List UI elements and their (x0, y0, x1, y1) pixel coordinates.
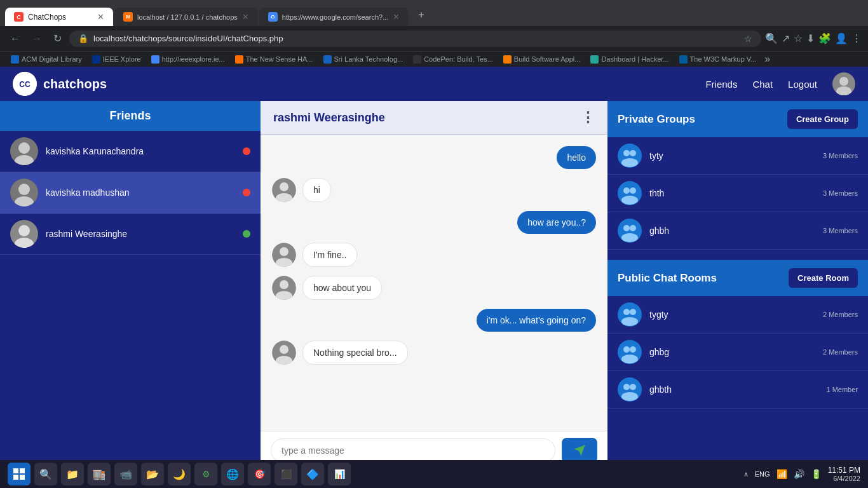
share-icon[interactable]: ↗ (782, 32, 790, 44)
reload-button[interactable]: ↻ (50, 30, 65, 47)
send-button[interactable] (562, 438, 597, 463)
tab-title-chatchops: ChatChops (28, 13, 93, 22)
friends-sidebar: Friends kavishka Karunachandra (0, 101, 261, 470)
svg-point-29 (623, 150, 630, 156)
bookmark-dashboard[interactable]: Dashboard | Hacker... (586, 54, 673, 65)
star-icon[interactable]: ☆ (744, 34, 752, 44)
svg-point-3 (839, 77, 848, 86)
room-item-ghbg[interactable]: ghbg 2 Members (607, 334, 868, 371)
taskbar-right: ∧ ENG 📶 🔊 🔋 11:51 PM 6/4/2022 (743, 466, 860, 482)
svg-point-41 (623, 309, 630, 315)
bookmark-acm[interactable]: ACM Digital Library (6, 54, 86, 65)
svg-point-43 (621, 317, 638, 326)
nav-logout[interactable]: Logout (788, 79, 817, 90)
tab-localhost[interactable]: M localhost / 127.0.0.1 / chatchops ✕ (114, 8, 258, 26)
address-text: localhost/chatchops/source/insideUI/chat… (93, 34, 739, 43)
taskbar-chevron-up[interactable]: ∧ (743, 470, 749, 478)
room-avatar-ghbg (618, 340, 642, 364)
bookmark-ieee[interactable]: IEEE Xplore (88, 54, 146, 65)
friend-item-kavishka-k[interactable]: kavishka Karunachandra (0, 131, 261, 172)
group-item-tyty[interactable]: tyty 3 Members (607, 137, 868, 175)
taskbar-edge[interactable]: 🔷 (301, 463, 324, 485)
svg-rect-55 (20, 475, 25, 480)
svg-point-6 (18, 142, 30, 154)
group-members-ghbh: 3 Members (823, 227, 858, 234)
tab-chatchops[interactable]: C ChatChops ✕ (5, 8, 113, 26)
taskbar-left: 🔍 📁 🏬 📹 📂 🌙 ⚙ 🌐 🎯 ⬛ 🔷 📊 (8, 463, 351, 485)
nav-chat[interactable]: Chat (752, 79, 773, 90)
group-members-thth: 3 Members (823, 189, 858, 197)
taskbar-chrome[interactable]: 🌐 (221, 463, 244, 485)
chat-contact-name: rashmi Weerasinghe (273, 111, 385, 125)
profile-icon[interactable]: 👤 (835, 32, 848, 44)
taskbar-date: 6/4/2022 (828, 475, 860, 482)
taskbar-volume-icon[interactable]: 🔊 (794, 469, 804, 479)
taskbar-app7[interactable]: ⚙ (194, 463, 217, 485)
svg-point-37 (623, 225, 630, 231)
group-item-ghbh[interactable]: ghbh 3 Members (607, 212, 868, 250)
friend-status-kavishka-k (243, 147, 250, 155)
taskbar-app12[interactable]: 📊 (328, 463, 351, 485)
forward-button[interactable]: → (28, 30, 46, 47)
chat-input[interactable] (271, 438, 555, 463)
chat-options-icon[interactable]: ⋮ (581, 109, 595, 126)
tab-google[interactable]: G https://www.google.com/search?... ✕ (259, 8, 409, 26)
create-room-button[interactable]: Create Room (789, 268, 858, 288)
taskbar-explorer[interactable]: 📂 (141, 463, 164, 485)
message-bubble-howaboutyou: how about you (302, 276, 382, 300)
bookmark-star-icon[interactable]: ☆ (794, 32, 803, 44)
group-item-thth[interactable]: thth 3 Members (607, 175, 868, 212)
room-members-ghbg: 2 Members (823, 348, 858, 356)
address-bar[interactable]: 🔒 localhost/chatchops/source/insideUI/ch… (69, 30, 761, 47)
friend-item-rashmi[interactable]: rashmi Weerasinghe (0, 214, 261, 255)
create-group-button[interactable]: Create Group (787, 109, 858, 129)
room-item-ghbth[interactable]: ghbth 1 Member (607, 371, 868, 409)
extensions-icon[interactable]: 🧩 (818, 32, 831, 44)
message-bubble-howareyou: how are you..? (517, 211, 596, 234)
bookmarks-more-button[interactable]: » (764, 53, 770, 65)
room-item-tygty[interactable]: tygty 2 Members (607, 296, 868, 334)
taskbar-terminal[interactable]: ⬛ (275, 463, 297, 485)
room-name-ghbg: ghbg (649, 347, 823, 357)
bookmark-codepen[interactable]: CodePen: Build, Tes... (409, 54, 498, 65)
tab-close-chatchops[interactable]: ✕ (97, 12, 104, 22)
tab-close-google[interactable]: ✕ (393, 12, 400, 22)
search-icon[interactable]: 🔍 (765, 32, 778, 44)
new-tab-button[interactable]: ＋ (410, 4, 433, 26)
tab-close-localhost[interactable]: ✕ (242, 12, 249, 22)
back-button[interactable]: ← (6, 30, 24, 47)
group-avatar-ghbh (618, 219, 642, 243)
taskbar-files[interactable]: 📁 (61, 463, 84, 485)
bookmark-build[interactable]: Build Software Appl... (499, 54, 585, 65)
menu-icon[interactable]: ⋮ (851, 32, 862, 44)
svg-point-24 (280, 345, 288, 354)
tab-title-google: https://www.google.com/search?... (282, 13, 389, 21)
message-bubble-hello: hello (557, 146, 596, 169)
svg-point-45 (623, 346, 630, 353)
group-name-ghbh: ghbh (649, 226, 823, 236)
taskbar-zoom[interactable]: 📹 (114, 463, 137, 485)
friend-avatar-rashmi (10, 220, 38, 248)
message-avatar-nothingspecial (272, 341, 296, 365)
friend-status-rashmi (243, 230, 250, 238)
friend-item-kavishka-m[interactable]: kavishka madhushan (0, 172, 261, 214)
windows-start-button[interactable] (8, 463, 31, 485)
taskbar-search[interactable]: 🔍 (34, 463, 57, 485)
taskbar-app9[interactable]: 🎯 (248, 463, 271, 485)
friend-avatar-kavishka-k (10, 137, 38, 165)
bookmark-w3c[interactable]: The W3C Markup V... (675, 54, 761, 65)
nav-friends[interactable]: Friends (705, 79, 737, 90)
group-avatar-thth (618, 181, 642, 205)
download-icon[interactable]: ⬇ (806, 32, 815, 44)
taskbar-app6[interactable]: 🌙 (168, 463, 191, 485)
bookmark-ieeexplore[interactable]: http://ieeexplore.ie... (147, 54, 229, 65)
friend-avatar-kavishka-m (10, 179, 38, 207)
message-bubble-imfine: I'm fine.. (302, 243, 357, 267)
bookmark-srilanka[interactable]: Sri Lanka Technolog... (319, 54, 408, 65)
private-groups-title: Private Groups (618, 113, 695, 126)
room-name-tygty: tygty (649, 309, 823, 320)
bookmark-newsense[interactable]: The New Sense HA... (231, 54, 318, 65)
message-row-nothingspecial: Nothing special bro... (272, 341, 596, 365)
taskbar-store[interactable]: 🏬 (88, 463, 111, 485)
user-avatar[interactable] (832, 72, 855, 95)
